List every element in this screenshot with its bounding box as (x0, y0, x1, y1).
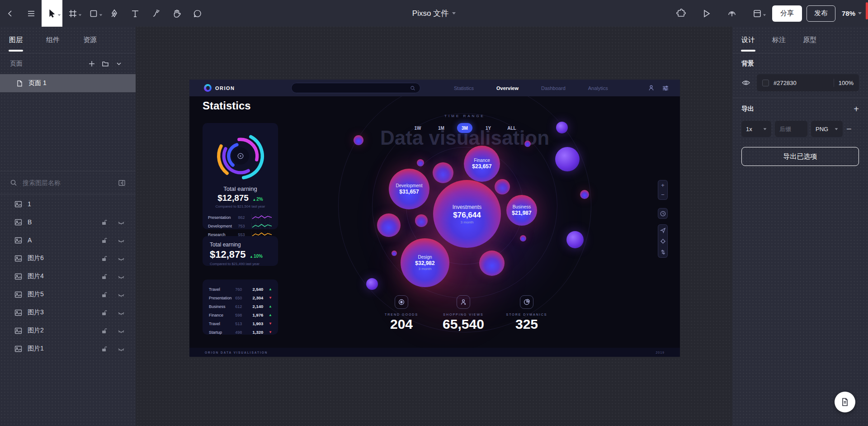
layer-row[interactable]: 图片3 (0, 303, 136, 322)
hidden-eye-icon[interactable] (118, 237, 125, 244)
share-button[interactable]: 分享 (772, 5, 802, 22)
color-swatch[interactable] (762, 80, 769, 86)
background-opacity-value[interactable]: 100% (839, 80, 854, 86)
collapse-pages-icon[interactable] (112, 61, 126, 67)
category-table-card: Travel 760 2,540 Presentation 650 2,304 (203, 279, 278, 335)
background-color-field[interactable]: #272830 100% (757, 74, 859, 91)
right-panel-tab[interactable]: 设计 (741, 36, 755, 44)
unlock-icon[interactable] (101, 237, 108, 244)
viz-time-button[interactable] (658, 208, 668, 219)
time-range-pill[interactable]: 1Y (481, 123, 496, 133)
zoom-caret[interactable] (858, 12, 862, 14)
unlock-icon[interactable] (101, 219, 108, 226)
unlock-icon[interactable] (101, 273, 108, 280)
file-title-caret[interactable] (452, 12, 456, 14)
layer-search-input[interactable] (23, 179, 113, 186)
unlock-icon[interactable] (101, 309, 108, 316)
background-visibility-eye-icon[interactable] (741, 78, 750, 87)
navigate-icon[interactable] (660, 227, 666, 233)
export-suffix-input[interactable] (775, 121, 807, 137)
file-title[interactable]: Pixso 文件 (412, 8, 448, 19)
left-panel-tab[interactable]: 组件 (46, 36, 60, 44)
select-tool-button[interactable] (42, 0, 62, 27)
unlock-icon[interactable] (101, 327, 108, 334)
earning-card: Total earning $12,875 2% Compared to $21… (203, 123, 278, 229)
hidden-eye-icon[interactable] (118, 218, 125, 226)
user-icon[interactable] (648, 85, 655, 91)
hand-tool-button[interactable] (166, 0, 187, 27)
remove-export-icon[interactable]: − (846, 124, 852, 133)
right-panel-tabs: 设计 标注 原型 (732, 27, 868, 53)
sort-arrows-icon[interactable] (660, 249, 666, 255)
design-nav-item[interactable]: Overview (496, 85, 519, 91)
layer-row[interactable]: 图片1 (0, 340, 136, 358)
frame-tool-caret[interactable] (79, 14, 81, 16)
shape-tool-caret[interactable] (99, 14, 102, 16)
design-nav-item[interactable]: Dashboard (541, 85, 566, 91)
unlock-icon[interactable] (101, 346, 108, 352)
back-button[interactable] (0, 0, 21, 27)
page-list-item[interactable]: 页面 1 (0, 74, 136, 92)
preview-icon[interactable] (696, 0, 717, 27)
layout-panel-caret[interactable] (763, 14, 766, 16)
design-nav-item[interactable]: Statistics (454, 85, 474, 91)
layer-row[interactable]: A (0, 231, 136, 249)
zoom-in-icon[interactable]: + (661, 182, 665, 189)
target-icon[interactable] (660, 238, 666, 244)
right-panel-tab[interactable]: 标注 (772, 36, 786, 44)
frame-tool-button[interactable] (62, 0, 83, 27)
design-search-field[interactable] (291, 83, 420, 93)
hidden-eye-icon[interactable] (118, 255, 125, 262)
publish-button[interactable]: 发布 (807, 5, 835, 22)
left-panel-tab[interactable]: 资源 (83, 36, 97, 44)
layout-panel-icon[interactable] (747, 0, 768, 27)
select-tool-caret[interactable] (58, 14, 61, 16)
layer-row[interactable]: B (0, 213, 136, 231)
bubble-investments: Investments $76,644 3 month (433, 180, 501, 248)
time-range-pill[interactable]: ALL (504, 123, 519, 133)
hidden-eye-icon[interactable] (118, 327, 125, 334)
add-page-icon[interactable] (85, 60, 99, 67)
export-scale-dropdown[interactable]: 1x (741, 121, 771, 137)
comment-tool-button[interactable] (187, 0, 208, 27)
layer-row[interactable]: 图片5 (0, 285, 136, 303)
add-export-icon[interactable]: + (854, 104, 859, 114)
left-panel-tab[interactable]: 图层 (9, 36, 23, 44)
upload-icon[interactable] (722, 0, 742, 27)
decorative-sphere (555, 147, 580, 171)
plugins-icon[interactable] (671, 0, 692, 27)
right-panel-tab[interactable]: 原型 (803, 36, 816, 44)
unlock-icon[interactable] (101, 291, 108, 298)
unlock-icon[interactable] (101, 255, 108, 262)
background-hex-value[interactable]: #272830 (774, 80, 829, 86)
zoom-control[interactable]: 78% (842, 9, 862, 17)
viz-tool-group (658, 224, 668, 258)
text-tool-button[interactable] (125, 0, 146, 27)
zoom-out-icon[interactable]: − (661, 191, 665, 198)
main-menu-icon[interactable] (21, 0, 42, 27)
shape-tool-button[interactable] (83, 0, 104, 27)
filter-layers-icon[interactable] (118, 179, 126, 187)
layer-row[interactable]: 图片6 (0, 249, 136, 267)
help-document-button[interactable] (835, 392, 855, 412)
design-search-input[interactable] (296, 85, 410, 90)
hidden-eye-icon[interactable] (118, 345, 125, 352)
hidden-eye-icon[interactable] (118, 273, 125, 280)
time-range-pill[interactable]: 1M (434, 123, 449, 133)
export-selected-button[interactable]: 导出已选项 (741, 147, 859, 166)
hidden-eye-icon[interactable] (118, 291, 125, 298)
layer-row[interactable]: 1 (0, 195, 136, 213)
settings-sliders-icon[interactable] (662, 85, 669, 92)
design-artboard[interactable]: ORION Statistics Overview Dashboard Anal… (189, 80, 680, 357)
hidden-eye-icon[interactable] (118, 309, 125, 316)
pen-tool-button[interactable] (104, 0, 125, 27)
export-format-dropdown[interactable]: PNG (811, 121, 843, 137)
curve-tool-button[interactable] (146, 0, 166, 27)
time-range-pill[interactable]: 1W (410, 123, 425, 133)
layer-row[interactable]: 图片4 (0, 267, 136, 285)
layer-row[interactable]: 图片2 (0, 322, 136, 340)
time-range-pill[interactable]: 3M (457, 123, 472, 133)
canvas[interactable]: ORION Statistics Overview Dashboard Anal… (136, 27, 732, 426)
page-folder-icon[interactable] (99, 60, 112, 67)
design-nav-item[interactable]: Analytics (588, 85, 608, 91)
